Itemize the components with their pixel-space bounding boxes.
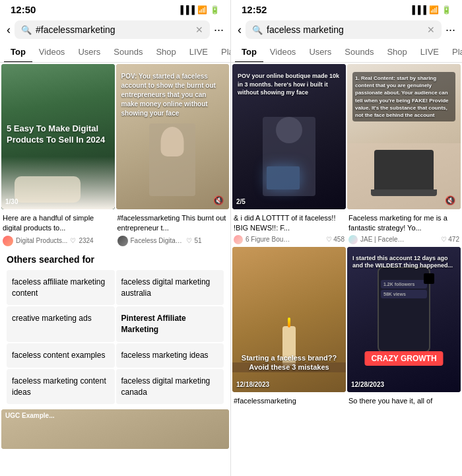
others-item-2[interactable]: creative marketing ads [7,306,115,342]
signal-icon: ▐▐▐ [178,5,195,15]
left-video-grid: 5 Easy To Make Digital Products To Sell … [0,63,230,211]
right-v3-date: 12/18/2023 [236,381,269,388]
right-v2-desc: Faceless marketing for me is a fantastic… [348,213,459,234]
left-bottom-card[interactable]: UGC Example... [1,409,229,449]
others-item-1[interactable]: faceless digital marketing australia [116,270,224,306]
right-v1-overlay: POV your online boutique made 10k in 3 m… [238,72,341,97]
right-v2-author-row: JAE | Faceless Ma... ♡ 472 [348,235,459,244]
right-v2-author: JAE | Faceless Ma... [360,236,407,243]
tab-top-left[interactable]: Top [4,42,32,62]
left-v2-avatar [117,236,128,246]
tab-shop-left[interactable]: Shop [149,42,182,62]
right-v2-overlay: 1. Real Content: start by sharing conten… [352,72,455,121]
right-search-bar: ‹ 🔍 faceless marketing ✕ ··· [231,18,462,42]
left-v2-author-row: Faceless Digital Ma... ♡ 51 [117,236,228,246]
right-top-grid: POV your online boutique made 10k in 3 m… [231,63,462,211]
right-bottom-grid: Starting a faceless brand?? Avoid these … [231,246,462,393]
left-content-scroll[interactable]: 5 Easy To Make Digital Products To Sell … [0,63,230,476]
others-grid: faceless affiliate marketing content fac… [7,270,224,405]
others-item-4[interactable]: faceless content examples [7,343,115,368]
others-title: Others searched for [7,254,224,265]
left-v1-author-row: Digital Products... ♡ 2324 [3,236,114,246]
right-wifi-icon: 📶 [429,5,439,15]
crazy-growth-badge: CRAZY GROWTH [364,351,443,366]
right-phone-panel: 12:52 ▐▐▐ 📶 🔋 ‹ 🔍 faceless marketing ✕ ·… [231,0,462,476]
tab-videos-right[interactable]: Videos [263,42,303,62]
left-v2-overlay: POV: You started a faceless account to s… [121,72,224,118]
right-v2-likes: ♡ 472 [441,236,459,243]
tab-top-right[interactable]: Top [235,42,263,62]
left-v1-heart: ♡ [70,237,76,244]
right-v1-author-row: 6 Figure Boutiq... ♡ 458 [234,235,345,244]
battery-icon: 🔋 [210,5,220,15]
tab-videos-left[interactable]: Videos [32,42,72,62]
others-item-7[interactable]: faceless digital marketing canada [116,369,224,405]
right-v2-desc-wrap: Faceless marketing for me is a fantastic… [347,211,461,246]
right-v1-badge: 2/5 [236,198,246,205]
right-more-button[interactable]: ··· [446,23,455,37]
left-v1-likes: 2324 [79,237,93,244]
tab-users-right[interactable]: Users [302,42,338,62]
right-tabs: Top Videos Users Sounds Shop LIVE Pla... [231,42,462,63]
right-video-card-2[interactable]: 1. Real Content: start by sharing conten… [347,64,461,209]
right-video-card-1[interactable]: POV your online boutique made 10k in 3 m… [232,64,346,209]
left-v2-desc-wrap: #facelessmarketing This burnt out entrep… [116,211,230,248]
right-search-icon: 🔍 [252,25,263,35]
right-search-input-wrap[interactable]: 🔍 faceless marketing ✕ [246,20,442,39]
others-item-0[interactable]: faceless affiliate marketing content [7,270,115,306]
left-v1-desc: Here are a handful of simple digital pro… [3,213,114,234]
others-item-5[interactable]: faceless marketing ideas [116,343,224,368]
right-v4-overlay-text: I started this account 12 days ago and t… [352,255,455,270]
left-status-bar: 12:50 ▐▐▐ 📶 🔋 [0,0,230,18]
right-status-bar: 12:52 ▐▐▐ 📶 🔋 [231,0,462,18]
right-v3-desc: #facelessmarketing [234,396,345,406]
right-v2-mute: 🔇 [445,195,455,205]
right-time: 12:52 [242,4,267,15]
tab-pla-right[interactable]: Pla... [446,42,462,62]
right-v1-desc-wrap: & i did A LOTTTT of it faceless!! !BIG N… [232,211,346,246]
others-section: Others searched for faceless affiliate m… [0,248,230,409]
tab-live-right[interactable]: LIVE [414,42,446,62]
left-search-clear[interactable]: ✕ [195,24,203,35]
tab-sounds-right[interactable]: Sounds [338,42,380,62]
left-back-button[interactable]: ‹ [7,23,11,37]
right-content-scroll[interactable]: POV your online boutique made 10k in 3 m… [231,63,462,476]
right-bottom-video-info: #facelessmarketing So there you have it,… [231,393,462,407]
others-item-6[interactable]: faceless marketing content ideas [7,369,115,405]
left-v2-mute: 🔇 [213,195,224,205]
tab-sounds-left[interactable]: Sounds [107,42,149,62]
right-back-button[interactable]: ‹ [238,23,242,37]
left-more-button[interactable]: ··· [214,23,224,37]
left-v2-desc: #facelessmarketing This burnt out entrep… [117,213,228,234]
left-time: 12:50 [11,4,36,15]
left-v2-author: Faceless Digital Ma... [131,237,183,244]
right-v1-author: 6 Figure Boutiq... [246,236,292,243]
left-video-card-2[interactable]: POV: You started a faceless account to s… [116,64,230,209]
left-video-card-1[interactable]: 5 Easy To Make Digital Products To Sell … [1,64,115,209]
left-phone-panel: 12:50 ▐▐▐ 📶 🔋 ‹ 🔍 #facelessmarketing ✕ ·… [0,0,231,476]
right-v3-desc-wrap: #facelessmarketing [232,393,346,407]
right-signal-icon: ▐▐▐ [409,5,426,15]
left-status-icons: ▐▐▐ 📶 🔋 [178,5,220,15]
left-search-input-wrap[interactable]: 🔍 #facelessmarketing ✕ [15,20,210,39]
right-v4-date: 12/28/2023 [351,381,384,388]
left-bottom-partial: UGC Example... [0,408,230,450]
right-v1-desc: & i did A LOTTTT of it faceless!! !BIG N… [234,213,345,234]
left-v1-overlay: 5 Easy To Make Digital Products To Sell … [7,123,110,146]
right-video-card-3[interactable]: Starting a faceless brand?? Avoid these … [232,247,346,392]
tab-pla-left[interactable]: Pla... [214,42,230,62]
left-v1-desc-wrap: Here are a handful of simple digital pro… [1,211,115,248]
right-battery-icon: 🔋 [442,5,451,15]
left-search-icon: 🔍 [21,25,32,35]
others-item-3[interactable]: Pinterest Affiliate Marketing [116,306,224,342]
right-search-clear[interactable]: ✕ [427,24,435,35]
wifi-icon: 📶 [197,5,207,15]
right-v4-desc: So there you have it, all of [348,396,459,406]
right-video-card-4[interactable]: 1.2K followers 58K views ♪ I started thi… [347,247,461,392]
left-v1-avatar [3,236,13,246]
right-v2-avatar [348,235,358,244]
tab-live-left[interactable]: LIVE [183,42,214,62]
tab-shop-right[interactable]: Shop [380,42,413,62]
tab-users-left[interactable]: Users [71,42,107,62]
left-v1-badge: 1/30 [5,198,18,205]
